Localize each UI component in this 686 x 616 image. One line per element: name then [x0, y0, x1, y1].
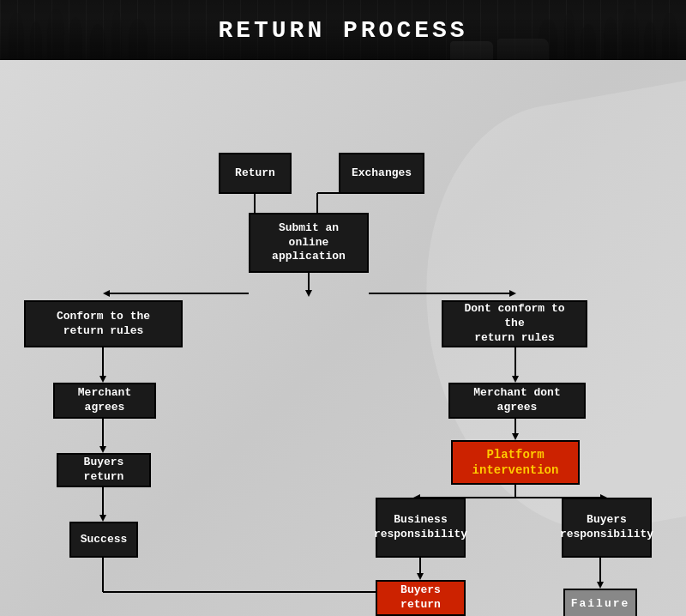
business-responsibility-label: Business responsibility	[374, 513, 467, 542]
svg-marker-4	[305, 290, 312, 297]
buyers-responsibility-box: Buyers responsibility	[562, 498, 652, 558]
conform-rules-box: Conform to the return rules	[24, 300, 183, 347]
svg-marker-30	[597, 582, 604, 589]
return-box: Return	[219, 153, 292, 194]
submit-application-box: Submit an online application	[249, 213, 369, 273]
buyers-return-left-box: Buyers return	[57, 453, 151, 487]
page-title: RETURN PROCESS	[218, 17, 467, 44]
svg-marker-19	[512, 376, 519, 383]
svg-marker-21	[512, 433, 519, 440]
svg-marker-28	[417, 573, 424, 580]
dont-conform-rules-box: Dont conform to the return rules	[442, 300, 587, 347]
svg-marker-8	[509, 290, 516, 297]
svg-marker-10	[99, 376, 106, 383]
return-label: Return	[235, 166, 275, 181]
business-responsibility-box: Business responsibility	[376, 498, 466, 558]
submit-application-label: Submit an online application	[259, 221, 358, 265]
svg-marker-6	[103, 290, 110, 297]
buyers-responsibility-label: Buyers responsibility	[560, 513, 653, 542]
buyers-return-right-box: Buyers return	[376, 580, 466, 616]
merchant-dont-agrees-box: Merchant dont agrees	[448, 383, 586, 419]
conform-rules-label: Conform to the return rules	[57, 310, 150, 339]
merchant-agrees-label: Merchant agrees	[63, 386, 146, 415]
exchanges-label: Exchanges	[352, 166, 412, 181]
platform-intervention-box: Platform intervention	[451, 440, 580, 485]
buyers-return-right-label: Buyers return	[386, 583, 455, 613]
exchanges-box: Exchanges	[339, 153, 424, 194]
header-banner: RETURN PROCESS	[0, 0, 686, 60]
main-content: Return Exchanges Submit an online applic…	[0, 60, 686, 616]
svg-marker-12	[99, 446, 106, 453]
failure-box: Failure	[563, 589, 637, 616]
platform-intervention-label: Platform intervention	[472, 447, 559, 478]
failure-label: Failure	[571, 597, 630, 612]
dont-conform-rules-label: Dont conform to the return rules	[452, 302, 577, 346]
svg-marker-14	[99, 515, 106, 522]
merchant-dont-agrees-label: Merchant dont agrees	[459, 386, 575, 415]
merchant-agrees-box: Merchant agrees	[53, 383, 156, 419]
success-box: Success	[69, 522, 138, 558]
success-label: Success	[81, 533, 128, 547]
buyers-return-left-label: Buyers return	[67, 456, 141, 485]
